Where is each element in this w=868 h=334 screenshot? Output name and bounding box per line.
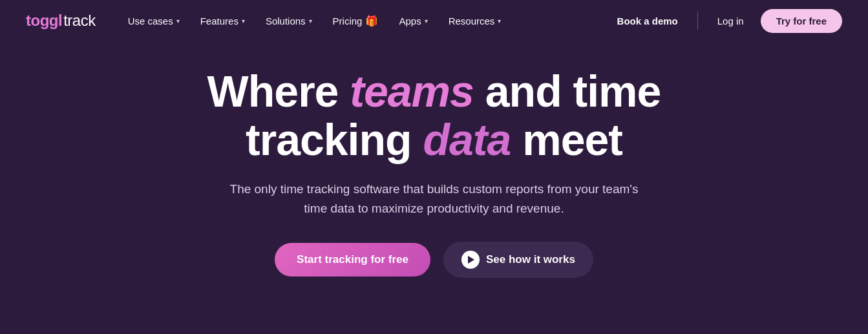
logo-toggl: toggl [26,12,62,30]
see-how-button[interactable]: See how it works [443,242,593,278]
hero-title-part3: meet [511,115,622,164]
chevron-down-icon: ▾ [425,17,428,25]
start-tracking-button[interactable]: Start tracking for free [275,243,430,277]
nav-label-features: Features [200,16,238,26]
play-icon [461,251,480,269]
hero-subtitle: The only time tracking software that bui… [228,180,641,219]
navbar: toggl track Use cases ▾ Features ▾ Solut… [0,0,868,41]
hero-section: Where teams and time tracking data meet … [0,41,868,297]
logo[interactable]: toggl track [26,12,96,30]
hero-title-part1: Where [207,67,350,116]
hero-title-data: data [423,115,511,164]
login-button[interactable]: Log in [706,10,756,32]
nav-item-pricing[interactable]: Pricing 🎁 [324,10,388,32]
chevron-down-icon: ▾ [242,17,245,25]
chevron-down-icon: ▾ [309,17,312,25]
nav-right: Book a demo Log in Try for free [606,9,842,33]
nav-label-resources: Resources [449,16,495,26]
nav-item-resources[interactable]: Resources ▾ [439,10,511,32]
nav-label-use-cases: Use cases [128,16,173,26]
nav-item-features[interactable]: Features ▾ [191,10,254,32]
gift-icon: 🎁 [365,15,378,27]
logo-track: track [63,12,96,30]
chevron-down-icon: ▾ [176,17,180,25]
hero-buttons: Start tracking for free See how it works [275,242,593,278]
see-how-label: See how it works [486,253,575,266]
try-free-button[interactable]: Try for free [761,9,842,33]
nav-label-solutions: Solutions [266,16,306,26]
play-triangle [468,256,474,264]
hero-title-teams: teams [350,67,474,116]
book-demo-button[interactable]: Book a demo [606,10,690,32]
nav-item-solutions[interactable]: Solutions ▾ [257,10,321,32]
nav-label-pricing: Pricing [333,16,363,26]
nav-divider [697,12,698,30]
nav-item-use-cases[interactable]: Use cases ▾ [119,10,189,32]
nav-label-apps: Apps [399,16,421,26]
chevron-down-icon: ▾ [498,17,501,25]
hero-title: Where teams and time tracking data meet [169,67,699,164]
nav-links: Use cases ▾ Features ▾ Solutions ▾ Prici… [119,10,606,32]
nav-item-apps[interactable]: Apps ▾ [390,10,436,32]
